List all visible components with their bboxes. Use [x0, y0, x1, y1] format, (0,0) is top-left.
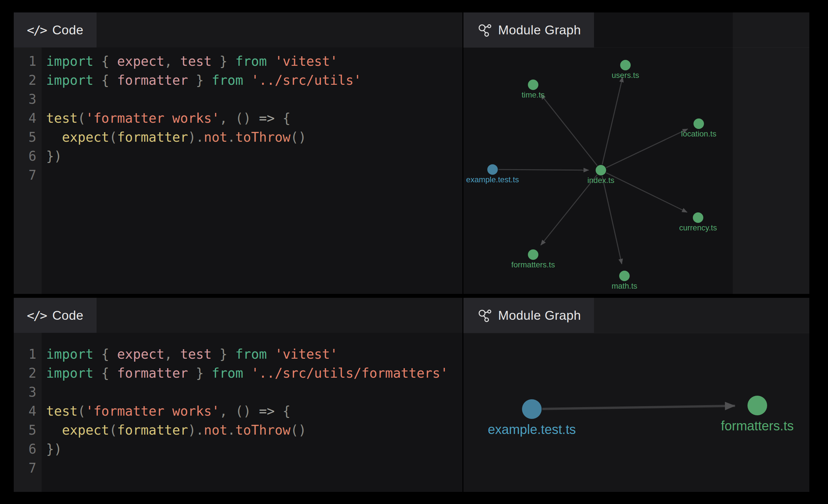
code-line-text: import { formatter } from '../src/utils/… — [42, 364, 448, 383]
code-line: 2import { formatter } from '../src/utils… — [14, 364, 462, 383]
tab-code-label: Code — [52, 23, 83, 37]
code-line: 2import { formatter } from '../src/utils… — [14, 71, 462, 90]
line-number: 3 — [14, 90, 42, 109]
line-number: 4 — [14, 109, 42, 128]
code-line: 4test('formatter works', () => { — [14, 402, 462, 421]
code-line-text: expect(formatter).not.toThrow() — [42, 128, 306, 146]
code-line-text: import { expect, test } from 'vitest' — [42, 345, 338, 364]
graph-edge-index-users — [602, 77, 622, 164]
graph-node-label-formatters: formatters.ts — [511, 260, 555, 269]
graph-node-location[interactable] — [694, 119, 704, 129]
code-content-top: 1import { expect, test } from 'vitest'2i… — [14, 47, 462, 184]
graph-node-index[interactable] — [596, 165, 606, 175]
code-panel-top: </> Code 1import { expect, test } from '… — [14, 12, 462, 294]
graph-edge-example-formatters — [542, 406, 735, 409]
code-line: 4test('formatter works', () => { — [14, 109, 462, 128]
line-number: 5 — [14, 128, 42, 146]
code-line-text: test('formatter works', () => { — [42, 402, 291, 421]
code-editor-bottom: 1import { expect, test } from 'vitest'2i… — [14, 333, 462, 492]
graph-node-label-example: example.test.ts — [488, 422, 576, 436]
tab-module-graph-label: Module Graph — [498, 308, 581, 323]
code-line: 6}) — [14, 439, 462, 459]
line-number: 6 — [14, 146, 42, 166]
code-line: 1import { expect, test } from 'vitest' — [14, 345, 462, 364]
graph-node-currency[interactable] — [693, 212, 703, 223]
module-graph-bottom: example.test.tsformatters.ts — [463, 333, 809, 492]
code-line-text: }) — [42, 439, 62, 459]
code-line: 5 expect(formatter).not.toThrow() — [14, 128, 462, 146]
line-number: 2 — [14, 71, 42, 90]
graph-node-label-math: math.ts — [612, 282, 637, 290]
line-number: 1 — [14, 52, 42, 71]
code-icon: </> — [27, 23, 46, 37]
line-number: 1 — [14, 345, 42, 364]
code-panel-bottom-header: </> Code — [14, 298, 462, 333]
module-graph-icon — [477, 22, 492, 38]
graph-edge-index-currency — [606, 173, 687, 212]
graph-node-users[interactable] — [620, 60, 631, 70]
code-line-text: }) — [42, 146, 62, 166]
code-line-text — [42, 90, 46, 109]
graph-edge-index-location — [606, 129, 688, 168]
code-line: 7 — [14, 166, 462, 184]
tab-module-graph-label: Module Graph — [498, 23, 581, 37]
graph-node-label-users: users.ts — [612, 71, 639, 80]
code-line-text: expect(formatter).not.toThrow() — [42, 421, 306, 439]
code-editor-top: 1import { expect, test } from 'vitest'2i… — [14, 47, 462, 294]
graph-node-label-currency: currency.ts — [679, 223, 717, 232]
graph-node-label-index: index.ts — [587, 176, 615, 184]
graph-node-label-example: example.test.ts — [466, 175, 519, 184]
code-line-text — [42, 459, 46, 477]
graph-node-formatters[interactable] — [528, 249, 538, 260]
line-number: 3 — [14, 383, 42, 402]
code-content-bottom: 1import { expect, test } from 'vitest'2i… — [14, 333, 462, 477]
tab-code-top[interactable]: </> Code — [14, 12, 96, 47]
code-line-text — [42, 166, 46, 184]
code-panel-bottom: </> Code 1import { expect, test } from '… — [14, 298, 462, 492]
code-line-text: test('formatter works', () => { — [42, 109, 291, 128]
graph-edge-index-formatters — [541, 175, 597, 245]
code-line-text: import { expect, test } from 'vitest' — [42, 52, 338, 71]
graph-node-example[interactable] — [522, 399, 542, 419]
module-graph-bottom-header: Module Graph — [463, 298, 809, 333]
graph-edge-example-index — [498, 170, 589, 170]
code-line: 7 — [14, 459, 462, 477]
graph-node-label-location: location.ts — [681, 129, 716, 138]
tab-code-label: Code — [52, 308, 83, 323]
code-line-text — [42, 383, 46, 402]
graph-node-example[interactable] — [487, 164, 498, 175]
graph-node-formatters[interactable] — [747, 396, 767, 415]
code-icon: </> — [27, 308, 46, 323]
line-number: 7 — [14, 166, 42, 184]
code-panel-top-header: </> Code — [14, 12, 462, 47]
module-graph-icon — [477, 308, 492, 323]
graph-node-label-formatters: formatters.ts — [721, 419, 794, 433]
line-number: 2 — [14, 364, 42, 383]
graph-edge-index-math — [602, 176, 622, 264]
tab-code-bottom[interactable]: </> Code — [14, 298, 96, 333]
line-number: 7 — [14, 459, 42, 477]
line-number: 5 — [14, 421, 42, 439]
code-line: 3 — [14, 90, 462, 109]
module-graph-panel-top: Module Graph users.tstime.tslocation.tse… — [463, 12, 809, 294]
screenshot-root: </> Code 1import { expect, test } from '… — [0, 0, 828, 504]
graph-node-label-time: time.ts — [522, 90, 545, 99]
tab-module-graph-top[interactable]: Module Graph — [463, 12, 594, 47]
code-line: 3 — [14, 383, 462, 402]
code-line: 6}) — [14, 146, 462, 166]
line-number: 4 — [14, 402, 42, 421]
graph-node-time[interactable] — [528, 80, 538, 90]
tab-module-graph-bottom[interactable]: Module Graph — [463, 298, 594, 333]
code-line: 5 expect(formatter).not.toThrow() — [14, 421, 462, 439]
code-line-text: import { formatter } from '../src/utils' — [42, 71, 361, 90]
code-line: 1import { expect, test } from 'vitest' — [14, 52, 462, 71]
module-graph-top-header: Module Graph — [463, 12, 809, 48]
line-number: 6 — [14, 439, 42, 459]
module-graph-top: users.tstime.tslocation.tsexample.test.t… — [463, 47, 809, 294]
module-graph-panel-bottom: Module Graph example.test.tsformatters.t… — [463, 298, 809, 492]
graph-edge-index-time — [541, 94, 597, 166]
graph-node-math[interactable] — [619, 271, 630, 281]
